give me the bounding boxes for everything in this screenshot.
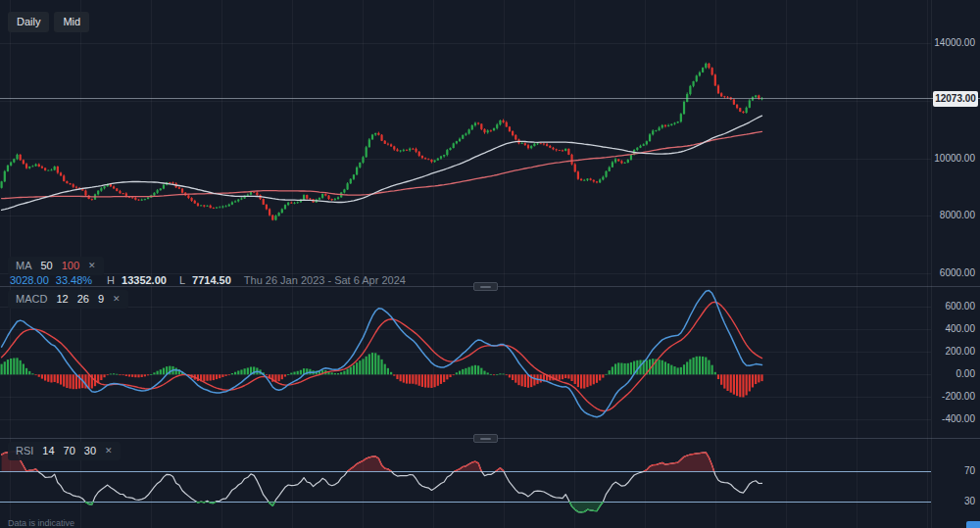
interval-mid-button[interactable]: Mid [54,12,89,32]
low-value: 7714.50 [192,275,231,286]
rsi-close-icon[interactable]: ✕ [105,446,113,456]
ma-period-50: 50 [41,261,53,271]
rsi-value-badge [966,521,980,528]
axis-tick-label: 600.00 [931,302,975,312]
chart-root: Daily Mid MA 50 100 ✕ 3028.00 33.48% H 1… [0,0,980,528]
axis-tick-label: 70 [931,466,975,476]
macd-close-icon[interactable]: ✕ [113,294,121,305]
macd-param-signal: 9 [98,294,104,305]
current-price-badge: 12073.00 [933,91,978,107]
macd-pane-canvas[interactable] [0,287,980,439]
rsi-param-upper: 70 [64,446,75,456]
macd-param-fast: 12 [56,294,68,305]
ma-legend-title: MA [16,261,32,271]
change-value: 3028.00 [10,275,49,286]
axis-tick-label: 10000.00 [931,154,975,164]
axis-tick-label: 400.00 [931,324,975,334]
rsi-param-lower: 30 [84,446,96,456]
axis-tick-label: 6000.00 [931,268,975,278]
axis-tick-label: -200.00 [931,392,975,402]
rsi-legend-title: RSI [16,446,33,456]
date-range: Thu 26 Jan 2023 - Sat 6 Apr 2024 [244,275,406,286]
toolbar: Daily Mid [8,12,89,32]
ohlc-info-row: 3028.00 33.48% H 13352.00 L 7714.50 Thu … [8,272,406,289]
footer-note: Data is indicative [8,518,74,528]
axis-tick-label: 200.00 [931,347,975,357]
pane-resize-handle-icon[interactable] [473,282,498,291]
rsi-legend: RSI 14 70 30 ✕ [8,442,121,460]
macd-param-slow: 26 [77,294,89,305]
price-pane-canvas[interactable] [0,0,980,287]
macd-legend-title: MACD [16,294,47,305]
axis-tick-label: -400.00 [931,414,975,424]
axis-tick-label: 30 [931,497,975,506]
change-percent: 33.48% [56,275,92,286]
low-label: L [179,275,185,286]
high-value: 13352.00 [122,275,167,286]
ma-close-icon[interactable]: ✕ [88,261,96,271]
ma-period-100: 100 [62,261,79,271]
axis-tick-label: 8000.00 [931,211,975,220]
high-label: H [107,275,115,286]
macd-legend: MACD 12 26 9 ✕ [8,290,128,309]
axis-tick-label: 14000.00 [931,38,975,48]
rsi-pane-canvas[interactable] [0,439,980,528]
axis-tick-label: 0.00 [931,369,975,379]
rsi-param-length: 14 [42,446,54,456]
interval-daily-button[interactable]: Daily [8,12,49,32]
pane-resize-handle-icon[interactable] [473,434,498,443]
